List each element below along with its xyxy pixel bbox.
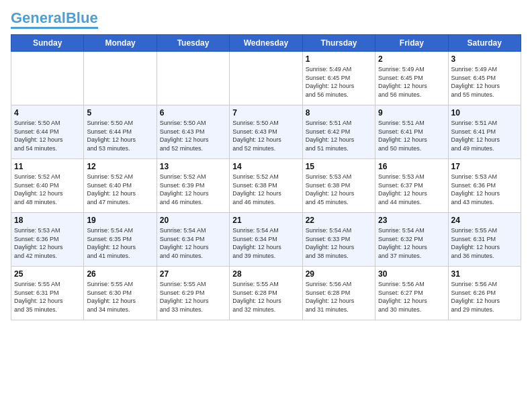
day-info: Sunrise: 5:53 AM Sunset: 6:38 PM Dayligh…: [306, 173, 372, 206]
day-info: Sunrise: 5:51 AM Sunset: 6:42 PM Dayligh…: [306, 119, 372, 152]
day-info: Sunrise: 5:53 AM Sunset: 6:36 PM Dayligh…: [14, 226, 81, 260]
day-number: 17: [451, 162, 518, 171]
day-number: 10: [451, 108, 518, 118]
calendar-table: SundayMondayTuesdayWednesdayThursdayFrid…: [11, 34, 521, 320]
day-number: 24: [451, 216, 518, 225]
day-info: Sunrise: 5:49 AM Sunset: 6:45 PM Dayligh…: [378, 65, 445, 99]
calendar-cell: 12Sunrise: 5:52 AM Sunset: 6:40 PM Dayli…: [84, 159, 157, 213]
day-info: Sunrise: 5:53 AM Sunset: 6:36 PM Dayligh…: [451, 173, 518, 206]
calendar-cell: 26Sunrise: 5:55 AM Sunset: 6:30 PM Dayli…: [84, 267, 157, 320]
day-number: 27: [160, 269, 226, 279]
day-info: Sunrise: 5:54 AM Sunset: 6:34 PM Dayligh…: [160, 226, 226, 260]
day-number: 3: [451, 54, 518, 64]
day-number: 15: [306, 162, 372, 171]
calendar-cell: 8Sunrise: 5:51 AM Sunset: 6:42 PM Daylig…: [302, 105, 375, 159]
day-number: 23: [378, 216, 445, 225]
calendar-cell: 21Sunrise: 5:54 AM Sunset: 6:34 PM Dayli…: [230, 213, 302, 267]
calendar-week-row: 18Sunrise: 5:53 AM Sunset: 6:36 PM Dayli…: [11, 213, 521, 267]
calendar-cell: 18Sunrise: 5:53 AM Sunset: 6:36 PM Dayli…: [11, 213, 84, 267]
day-number: 6: [160, 108, 226, 118]
day-info: Sunrise: 5:55 AM Sunset: 6:30 PM Dayligh…: [87, 280, 153, 314]
calendar-cell: 30Sunrise: 5:56 AM Sunset: 6:27 PM Dayli…: [375, 267, 448, 320]
day-number: 13: [160, 162, 226, 171]
day-number: 16: [378, 162, 445, 171]
calendar-cell: 13Sunrise: 5:52 AM Sunset: 6:39 PM Dayli…: [157, 159, 229, 213]
day-info: Sunrise: 5:56 AM Sunset: 6:26 PM Dayligh…: [451, 280, 518, 314]
calendar-cell: [157, 52, 229, 105]
calendar-cell: 27Sunrise: 5:55 AM Sunset: 6:29 PM Dayli…: [157, 267, 229, 320]
day-number: 5: [87, 108, 153, 118]
day-number: 26: [87, 269, 153, 279]
calendar-week-row: 25Sunrise: 5:55 AM Sunset: 6:31 PM Dayli…: [11, 267, 521, 320]
day-info: Sunrise: 5:53 AM Sunset: 6:37 PM Dayligh…: [378, 173, 445, 206]
day-info: Sunrise: 5:50 AM Sunset: 6:43 PM Dayligh…: [160, 119, 226, 152]
day-header-saturday: Saturday: [448, 35, 521, 52]
calendar-cell: 25Sunrise: 5:55 AM Sunset: 6:31 PM Dayli…: [11, 267, 84, 320]
day-info: Sunrise: 5:55 AM Sunset: 6:29 PM Dayligh…: [160, 280, 226, 314]
calendar-cell: 15Sunrise: 5:53 AM Sunset: 6:38 PM Dayli…: [302, 159, 375, 213]
day-info: Sunrise: 5:56 AM Sunset: 6:27 PM Dayligh…: [378, 280, 445, 314]
day-number: 25: [14, 269, 81, 279]
calendar-cell: 7Sunrise: 5:50 AM Sunset: 6:43 PM Daylig…: [230, 105, 302, 159]
logo-part1: General: [11, 9, 66, 26]
calendar-cell: 3Sunrise: 5:49 AM Sunset: 6:45 PM Daylig…: [448, 52, 521, 105]
logo-underline: [11, 27, 98, 29]
calendar-cell: [230, 52, 302, 105]
calendar-week-row: 11Sunrise: 5:52 AM Sunset: 6:40 PM Dayli…: [11, 159, 521, 213]
day-number: 1: [306, 54, 372, 64]
day-info: Sunrise: 5:54 AM Sunset: 6:32 PM Dayligh…: [378, 226, 445, 260]
calendar-cell: 22Sunrise: 5:54 AM Sunset: 6:33 PM Dayli…: [302, 213, 375, 267]
day-number: 19: [87, 216, 153, 225]
calendar-cell: 17Sunrise: 5:53 AM Sunset: 6:36 PM Dayli…: [448, 159, 521, 213]
calendar-cell: 14Sunrise: 5:52 AM Sunset: 6:38 PM Dayli…: [230, 159, 302, 213]
calendar-cell: 10Sunrise: 5:51 AM Sunset: 6:41 PM Dayli…: [448, 105, 521, 159]
calendar-cell: [84, 52, 157, 105]
day-info: Sunrise: 5:54 AM Sunset: 6:33 PM Dayligh…: [306, 226, 372, 260]
day-info: Sunrise: 5:50 AM Sunset: 6:43 PM Dayligh…: [232, 119, 299, 152]
day-info: Sunrise: 5:55 AM Sunset: 6:28 PM Dayligh…: [232, 280, 299, 314]
calendar-cell: 5Sunrise: 5:50 AM Sunset: 6:44 PM Daylig…: [84, 105, 157, 159]
day-number: 18: [14, 216, 81, 225]
day-info: Sunrise: 5:52 AM Sunset: 6:40 PM Dayligh…: [87, 173, 153, 206]
calendar-cell: 31Sunrise: 5:56 AM Sunset: 6:26 PM Dayli…: [448, 267, 521, 320]
calendar-cell: 6Sunrise: 5:50 AM Sunset: 6:43 PM Daylig…: [157, 105, 229, 159]
day-number: 2: [378, 54, 445, 64]
calendar-cell: 23Sunrise: 5:54 AM Sunset: 6:32 PM Dayli…: [375, 213, 448, 267]
day-number: 29: [306, 269, 372, 279]
calendar-cell: 29Sunrise: 5:56 AM Sunset: 6:28 PM Dayli…: [302, 267, 375, 320]
logo: GeneralBlue: [11, 11, 98, 29]
day-info: Sunrise: 5:49 AM Sunset: 6:45 PM Dayligh…: [451, 65, 518, 99]
day-header-thursday: Thursday: [302, 35, 375, 52]
calendar-cell: 24Sunrise: 5:55 AM Sunset: 6:31 PM Dayli…: [448, 213, 521, 267]
day-info: Sunrise: 5:50 AM Sunset: 6:44 PM Dayligh…: [14, 119, 81, 152]
day-info: Sunrise: 5:50 AM Sunset: 6:44 PM Dayligh…: [87, 119, 153, 152]
day-number: 11: [14, 162, 81, 171]
calendar-cell: 1Sunrise: 5:49 AM Sunset: 6:45 PM Daylig…: [302, 52, 375, 105]
day-info: Sunrise: 5:49 AM Sunset: 6:45 PM Dayligh…: [306, 65, 372, 99]
logo-part2: Blue: [66, 9, 98, 26]
calendar-cell: 28Sunrise: 5:55 AM Sunset: 6:28 PM Dayli…: [230, 267, 302, 320]
calendar-cell: 4Sunrise: 5:50 AM Sunset: 6:44 PM Daylig…: [11, 105, 84, 159]
day-header-wednesday: Wednesday: [230, 35, 302, 52]
day-info: Sunrise: 5:52 AM Sunset: 6:38 PM Dayligh…: [232, 173, 299, 206]
day-header-monday: Monday: [84, 35, 157, 52]
day-number: 20: [160, 216, 226, 225]
day-number: 30: [378, 269, 445, 279]
day-header-tuesday: Tuesday: [157, 35, 229, 52]
day-info: Sunrise: 5:52 AM Sunset: 6:39 PM Dayligh…: [160, 173, 226, 206]
calendar-week-row: 4Sunrise: 5:50 AM Sunset: 6:44 PM Daylig…: [11, 105, 521, 159]
day-info: Sunrise: 5:56 AM Sunset: 6:28 PM Dayligh…: [306, 280, 372, 314]
day-info: Sunrise: 5:55 AM Sunset: 6:31 PM Dayligh…: [14, 280, 81, 314]
day-number: 14: [232, 162, 299, 171]
day-number: 9: [378, 108, 445, 118]
day-header-friday: Friday: [375, 35, 448, 52]
day-info: Sunrise: 5:51 AM Sunset: 6:41 PM Dayligh…: [378, 119, 445, 152]
day-header-sunday: Sunday: [11, 35, 84, 52]
day-info: Sunrise: 5:51 AM Sunset: 6:41 PM Dayligh…: [451, 119, 518, 152]
day-info: Sunrise: 5:54 AM Sunset: 6:35 PM Dayligh…: [87, 226, 153, 260]
calendar-week-row: 1Sunrise: 5:49 AM Sunset: 6:45 PM Daylig…: [11, 52, 521, 105]
calendar-cell: 9Sunrise: 5:51 AM Sunset: 6:41 PM Daylig…: [375, 105, 448, 159]
day-number: 8: [306, 108, 372, 118]
calendar-cell: 16Sunrise: 5:53 AM Sunset: 6:37 PM Dayli…: [375, 159, 448, 213]
day-info: Sunrise: 5:54 AM Sunset: 6:34 PM Dayligh…: [232, 226, 299, 260]
